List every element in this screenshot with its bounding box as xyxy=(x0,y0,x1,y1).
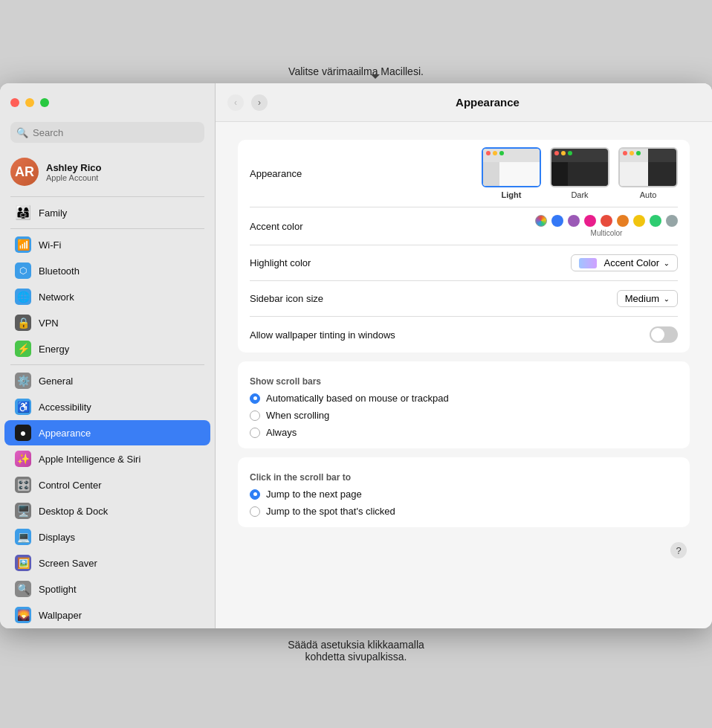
maximize-button[interactable] xyxy=(40,98,49,107)
appearance-section: Appearance xyxy=(238,140,690,352)
scroll-when-scrolling-radio[interactable] xyxy=(250,410,260,421)
click-spot-label: Jump to the spot that's clicked xyxy=(266,506,395,517)
wallpaper-tinting-toggle[interactable] xyxy=(650,326,678,343)
appearance-icon: ● xyxy=(15,425,31,441)
click-scrollbar-section: Click in the scroll bar to Jump to the n… xyxy=(238,457,690,527)
accent-multicolor[interactable] xyxy=(535,215,547,227)
sidebar-item-displays[interactable]: 💻 Displays xyxy=(4,524,210,550)
accent-purple[interactable] xyxy=(568,215,580,227)
sidebar-item-bluetooth[interactable]: ⬡ Bluetooth xyxy=(4,258,210,283)
sidebar-item-label: Appearance xyxy=(39,428,91,439)
sidebar-item-appearance[interactable]: ● Appearance xyxy=(4,420,210,445)
sidebar-item-control[interactable]: 🎛️ Control Center xyxy=(4,472,210,497)
accent-color-row: Accent color xyxy=(250,207,678,245)
scroll-auto-radio[interactable] xyxy=(250,393,260,404)
sidebar-section: AR Ashley Rico Apple Account 👨‍👩‍👧 Famil… xyxy=(0,150,215,628)
scroll-always-radio[interactable] xyxy=(250,428,260,438)
sidebar-item-siri[interactable]: ✨ Apple Intelligence & Siri xyxy=(4,446,210,471)
accent-red[interactable] xyxy=(601,215,612,227)
accent-pink[interactable] xyxy=(584,215,596,227)
accent-yellow[interactable] xyxy=(633,215,645,227)
nav-back-button[interactable]: ‹ xyxy=(227,94,244,111)
screensaver-icon: 🖼️ xyxy=(15,555,31,571)
scroll-auto-label: Automatically based on mouse or trackpad xyxy=(266,393,449,404)
accent-row xyxy=(535,215,678,227)
family-icon: 👨‍👩‍👧 xyxy=(15,204,31,221)
scroll-always-option[interactable]: Always xyxy=(250,424,678,441)
network-icon: 🌐 xyxy=(15,289,31,305)
appearance-dark-option[interactable]: Dark xyxy=(550,147,609,199)
sidebar-item-label: Bluetooth xyxy=(39,265,80,277)
auto-thumb xyxy=(618,147,678,187)
sidebar-item-label: Wi-Fi xyxy=(39,239,61,251)
search-bar[interactable]: 🔍 xyxy=(10,122,204,143)
scroll-auto-option[interactable]: Automatically based on mouse or trackpad xyxy=(250,390,678,407)
auto-label: Auto xyxy=(640,190,657,199)
click-next-page-option[interactable]: Jump to the next page xyxy=(250,486,678,503)
user-name: Ashley Rico xyxy=(46,162,101,173)
scroll-when-scrolling-option[interactable]: When scrolling xyxy=(250,407,678,424)
wallpaper-tinting-row: Allow wallpaper tinting in windows xyxy=(250,317,678,352)
wallpaper-tinting-control xyxy=(650,326,678,343)
accent-selected-label: Multicolor xyxy=(591,229,623,237)
accent-graphite[interactable] xyxy=(666,215,678,227)
sidebar-divider3 xyxy=(10,364,204,365)
highlight-preview xyxy=(579,258,597,268)
help-area: ? xyxy=(238,536,690,564)
sidebar-item-vpn[interactable]: 🔒 VPN xyxy=(4,310,210,335)
light-thumb xyxy=(482,147,541,187)
energy-icon: ⚡ xyxy=(15,341,31,357)
sidebar-item-label: Screen Saver xyxy=(39,558,97,569)
accent-green[interactable] xyxy=(650,215,661,227)
sidebar-item-label: Desktop & Dock xyxy=(39,506,108,517)
accent-orange[interactable] xyxy=(617,215,629,227)
sidebar-item-label: Spotlight xyxy=(39,584,77,595)
sidebar-item-family[interactable]: 👨‍👩‍👧 Family xyxy=(4,200,210,225)
sidebar-item-desktop[interactable]: 🖥️ Desktop & Dock xyxy=(4,498,210,524)
click-scrollbar-title: Click in the scroll bar to xyxy=(250,472,678,483)
sidebar-item-wifi[interactable]: 📶 Wi-Fi xyxy=(4,232,210,257)
content-area: Appearance xyxy=(216,122,712,628)
accent-color-label: Accent color xyxy=(250,221,369,232)
wifi-icon: 📶 xyxy=(15,236,31,253)
sidebar-icon-size-dropdown[interactable]: Medium xyxy=(617,290,678,307)
help-button[interactable]: ? xyxy=(670,542,687,558)
highlight-color-row: Highlight color Accent Color xyxy=(250,245,678,281)
click-next-page-radio[interactable] xyxy=(250,489,260,500)
dark-label: Dark xyxy=(571,190,588,199)
close-button[interactable] xyxy=(10,98,19,107)
accent-colors-control: Multicolor xyxy=(535,215,678,237)
wallpaper-tinting-label: Allow wallpaper tinting in windows xyxy=(250,329,395,341)
sidebar-item-accessibility[interactable]: ♿ Accessibility xyxy=(4,394,210,419)
sidebar-item-label: Family xyxy=(39,207,67,219)
sidebar-divider2 xyxy=(10,228,204,229)
sidebar-item-wallpaper[interactable]: 🌄 Wallpaper xyxy=(4,602,210,628)
click-spot-radio[interactable] xyxy=(250,506,260,517)
appearance-auto-option[interactable]: Auto xyxy=(618,147,678,199)
sidebar-item-label: Displays xyxy=(39,532,75,543)
nav-forward-button[interactable]: › xyxy=(251,94,268,111)
sidebar-item-label: VPN xyxy=(39,318,59,329)
sidebar-item-spotlight[interactable]: 🔍 Spotlight xyxy=(4,576,210,602)
avatar: AR xyxy=(10,158,39,186)
user-subtitle: Apple Account xyxy=(46,173,101,182)
sidebar-item-label: Apple Intelligence & Siri xyxy=(39,454,140,465)
sidebar-icon-size-label: Sidebar icon size xyxy=(250,293,369,304)
appearance-light-option[interactable]: Light xyxy=(482,147,541,199)
search-icon: 🔍 xyxy=(16,127,28,138)
accent-blue[interactable] xyxy=(551,215,563,227)
siri-icon: ✨ xyxy=(15,451,31,467)
sidebar-icon-size-row: Sidebar icon size Medium xyxy=(250,281,678,317)
desktop-icon: 🖥️ xyxy=(15,503,31,519)
search-input[interactable] xyxy=(33,127,198,138)
sidebar-item-general[interactable]: ⚙️ General xyxy=(4,368,210,393)
highlight-color-dropdown[interactable]: Accent Color xyxy=(571,254,678,271)
user-profile[interactable]: AR Ashley Rico Apple Account xyxy=(0,150,215,193)
click-spot-option[interactable]: Jump to the spot that's clicked xyxy=(250,503,678,520)
sidebar-item-energy[interactable]: ⚡ Energy xyxy=(4,336,210,361)
sidebar-item-screensaver[interactable]: 🖼️ Screen Saver xyxy=(4,550,210,576)
sidebar-item-network[interactable]: 🌐 Network xyxy=(4,284,210,309)
minimize-button[interactable] xyxy=(25,98,34,107)
scroll-bars-section: Show scroll bars Automatically based on … xyxy=(238,361,690,448)
bluetooth-icon: ⬡ xyxy=(15,262,31,279)
